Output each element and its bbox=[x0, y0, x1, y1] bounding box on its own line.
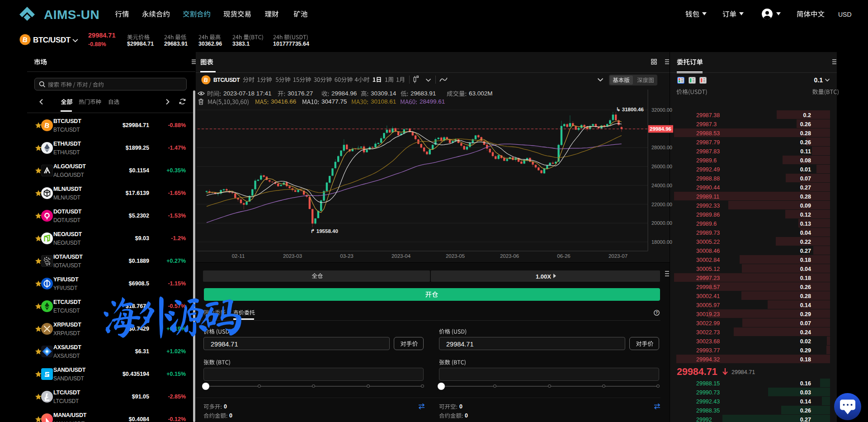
svg-text:32000.00: 32000.00 bbox=[651, 107, 672, 113]
svg-text:2023-06: 2023-06 bbox=[500, 253, 519, 259]
svg-text:22000.00: 22000.00 bbox=[651, 202, 672, 207]
svg-text:↳ 31800.46: ↳ 31800.46 bbox=[616, 107, 644, 112]
svg-text:↱ 19558.40: ↱ 19558.40 bbox=[311, 228, 338, 234]
svg-text:28000.00: 28000.00 bbox=[651, 145, 672, 150]
svg-text:20000.00: 20000.00 bbox=[651, 220, 672, 226]
svg-text:18000.00: 18000.00 bbox=[651, 239, 672, 245]
svg-text:2023-03: 2023-03 bbox=[283, 253, 302, 259]
svg-text:2023-07: 2023-07 bbox=[609, 253, 627, 259]
svg-text:06-26: 06-26 bbox=[557, 253, 570, 259]
svg-text:2023-05: 2023-05 bbox=[446, 253, 465, 259]
svg-text:26000.00: 26000.00 bbox=[651, 164, 672, 169]
svg-text:02-11: 02-11 bbox=[232, 253, 245, 259]
svg-text:2023-04: 2023-04 bbox=[392, 253, 411, 259]
svg-text:24000.00: 24000.00 bbox=[651, 183, 672, 188]
svg-text:03-23: 03-23 bbox=[340, 253, 353, 259]
svg-text:?: ? bbox=[656, 310, 658, 315]
svg-text:29984.96: 29984.96 bbox=[650, 126, 671, 132]
